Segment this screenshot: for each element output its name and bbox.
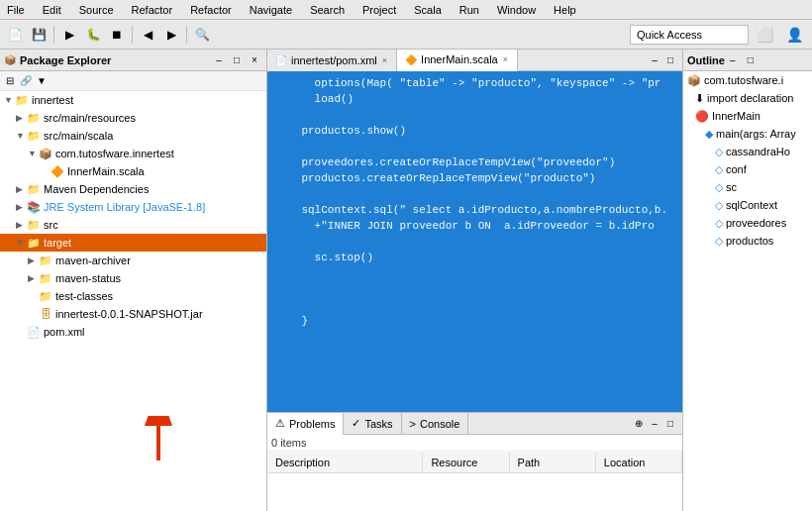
tree-arrow: ▼ [16,131,26,141]
menu-edit[interactable]: Edit [40,4,64,16]
tree-label: test-classes [55,290,113,302]
tree-item-snapshot-jar[interactable]: 🗄 innertest-0.0.1-SNAPSHOT.jar [0,305,266,323]
outline-item-conf[interactable]: ◇ conf [683,160,812,178]
view-menu-button[interactable]: ▼ [34,73,50,89]
menu-refactor2[interactable]: Refactor [187,4,235,16]
tree-item-innermain[interactable]: 🔶 InnerMain.scala [0,162,266,180]
code-editor[interactable]: options(Map( "table" -> "producto", "key… [267,71,682,412]
menu-project[interactable]: Project [359,4,399,16]
menu-scala[interactable]: Scala [411,4,445,16]
tab-problems[interactable]: ⚠ Problems [267,413,344,435]
tree-item-maven-archiver[interactable]: ▶ 📁 maven-archiver [0,252,266,269]
perspective-btn-1[interactable]: ⬜ [751,21,778,49]
tree-arrow: ▼ [28,149,38,158]
quick-access-box[interactable]: Quick Access [630,25,749,45]
val-icon: ◇ [715,181,723,194]
outline-item-import[interactable]: ⬇ import declaration [683,89,812,107]
tab-pom-close[interactable]: × [381,55,388,65]
tree-item-test-classes[interactable]: 📁 test-classes [0,287,266,305]
menu-refactor1[interactable]: Refactor [129,4,176,16]
val-icon: ◇ [715,146,723,158]
new-button[interactable]: 📄 [4,24,26,46]
debug-button[interactable]: 🐛 [82,24,104,46]
back-button[interactable]: ◀ [137,24,158,46]
outline-label: com.tutosfware.i [704,74,783,86]
package-explorer-panel: 📦 Package Explorer – □ × ⊟ 🔗 ▼ ▼ 📁 inner… [0,50,267,511]
collapse-all-button[interactable]: ⊟ [2,73,18,89]
outline-item-innermain[interactable]: 🔴 InnerMain [683,107,812,125]
outline-item-main[interactable]: ◆ main(args: Array [683,125,812,143]
col-path-label: Path [518,457,541,468]
maximize-button[interactable]: □ [229,52,245,68]
link-with-editor-button[interactable]: 🔗 [18,73,34,89]
toolbar: 📄 💾 ▶ 🐛 ⏹ ◀ ▶ 🔍 Quick Access ⬜ 👤 [0,20,812,50]
panel-header-icons: – □ × [211,52,262,68]
outline-item-package[interactable]: 📦 com.tutosfware.i [683,71,812,89]
tree-label: innertest-0.0.1-SNAPSHOT.jar [55,308,203,320]
tree-label: com.tutosfware.innertest [55,148,174,159]
tree-item-src-resources[interactable]: ▶ 📁 src/main/resources [0,109,266,127]
tree-label: src [44,219,58,231]
perspective-btn-2[interactable]: 👤 [780,21,808,49]
minimize-editor-button[interactable]: – [647,52,662,68]
outline-item-sc[interactable]: ◇ sc [683,178,812,196]
tab-innermain-close[interactable]: × [502,54,509,64]
maximize-editor-button[interactable]: □ [662,52,678,68]
tab-innermain-label: InnerMain.scala [421,53,498,65]
outline-item-proveedores[interactable]: ◇ proveedores [683,214,812,232]
toolbar-separator-1 [53,26,54,44]
tree-item-innertest[interactable]: ▼ 📁 innertest [0,91,266,109]
tree-item-target[interactable]: ▼ 📁 target [0,234,266,252]
tab-console[interactable]: > Console [402,413,469,435]
xml-tab-icon: 📄 [275,54,287,65]
save-button[interactable]: 💾 [28,24,50,46]
jar-icon: 🗄 [38,306,53,322]
outline-maximize[interactable]: □ [743,52,759,68]
menu-run[interactable]: Run [457,4,482,16]
bottom-panel-btn1[interactable]: ⊕ [631,416,647,432]
menu-navigate[interactable]: Navigate [247,4,295,16]
bottom-panel-minimize[interactable]: – [647,416,662,432]
explorer-toolbar: ⊟ 🔗 ▼ [0,71,266,91]
outline-item-sqlcontext[interactable]: ◇ sqlContext [683,196,812,214]
outline-label: cassandraHo [726,146,790,157]
run-button[interactable]: ▶ [58,24,80,46]
import-icon: ⬇ [695,92,704,105]
forward-button[interactable]: ▶ [160,24,182,46]
menu-window[interactable]: Window [494,4,539,16]
col-description: Description [267,452,423,472]
tab-innermain[interactable]: 🔶 InnerMain.scala × [397,50,518,71]
minimize-button[interactable]: – [211,52,227,68]
menu-source[interactable]: Source [76,4,117,16]
tree-item-jre[interactable]: ▶ 📚 JRE System Library [JavaSE-1.8] [0,198,266,216]
tab-bar-icons: – □ [647,52,682,68]
tree-item-src[interactable]: ▶ 📁 src [0,216,266,234]
menu-file[interactable]: File [4,4,28,16]
search-button[interactable]: 🔍 [191,24,213,46]
outline-item-cassandra[interactable]: ◇ cassandraHo [683,143,812,160]
outline-item-productos[interactable]: ◇ productos [683,232,812,250]
tasks-label: Tasks [364,418,392,430]
folder-icon: 📁 [26,235,42,251]
tab-tasks[interactable]: ✓ Tasks [344,413,401,435]
tasks-icon: ✓ [352,417,360,430]
col-location-label: Location [604,457,646,468]
code-line [275,107,674,123]
close-panel-button[interactable]: × [247,52,262,68]
package-explorer-header: 📦 Package Explorer – □ × [0,50,266,71]
tree-item-pom-xml[interactable]: 📄 pom.xml [0,323,266,341]
menu-help[interactable]: Help [551,4,579,16]
tree-item-com-tuto[interactable]: ▼ 📦 com.tutosfware.innertest [0,145,266,162]
tree-item-src-scala[interactable]: ▼ 📁 src/main/scala [0,127,266,145]
outline-label: import declaration [707,92,793,104]
tab-pom-xml[interactable]: 📄 innertest/pom.xml × [267,50,397,71]
problems-status: 0 items [267,435,682,452]
stop-button[interactable]: ⏹ [106,24,128,46]
bottom-panel-maximize[interactable]: □ [662,416,678,432]
tree-label: InnerMain.scala [67,165,145,177]
bottom-tab-bar: ⚠ Problems ✓ Tasks > Console ⊕ – □ [267,413,682,435]
tree-item-maven-deps[interactable]: ▶ 📁 Maven Dependencies [0,180,266,198]
tree-item-maven-status[interactable]: ▶ 📁 maven-status [0,269,266,287]
outline-minimize[interactable]: – [725,52,741,68]
menu-search[interactable]: Search [307,4,348,16]
